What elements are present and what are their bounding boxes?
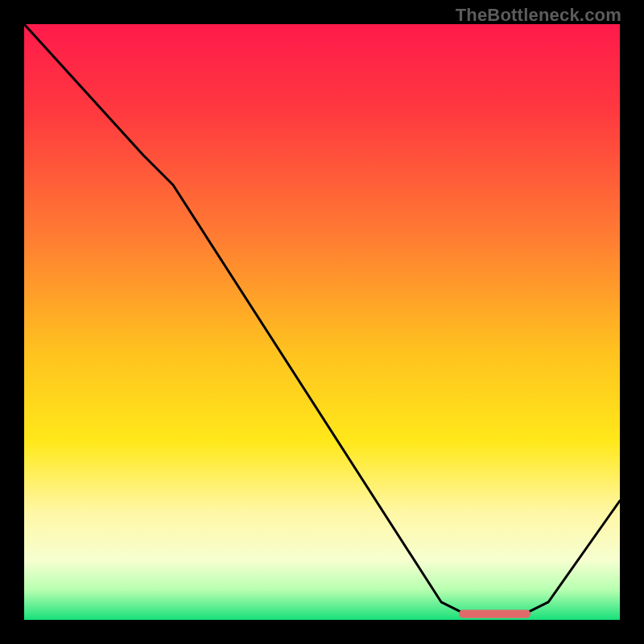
plot-svg bbox=[24, 24, 620, 620]
watermark-text: TheBottleneck.com bbox=[456, 5, 621, 26]
chart-frame: TheBottleneck.com bbox=[0, 0, 644, 644]
optimal-range-marker bbox=[459, 609, 530, 617]
plot-area bbox=[24, 24, 620, 620]
gradient-background bbox=[24, 24, 620, 620]
